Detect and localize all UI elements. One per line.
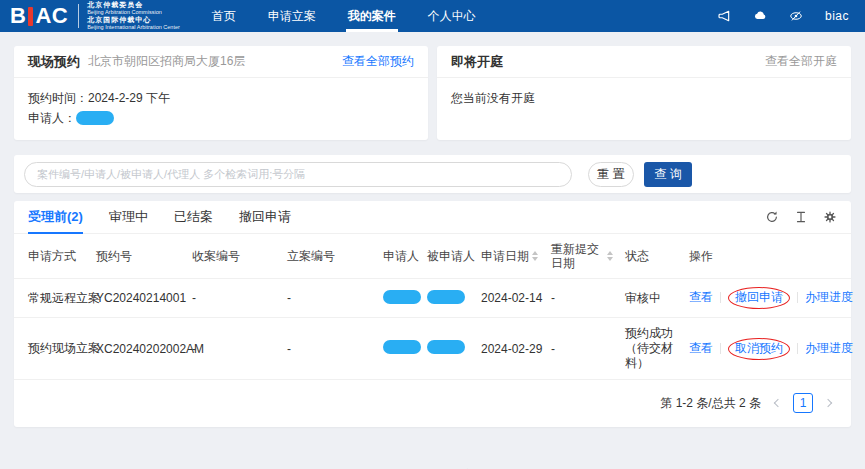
hearing-card-title: 即将开庭 xyxy=(451,53,503,71)
tab-closed[interactable]: 已结案 xyxy=(174,201,213,233)
density-icon[interactable] xyxy=(794,210,808,224)
message-icon[interactable] xyxy=(753,9,767,23)
refresh-icon[interactable] xyxy=(765,210,779,224)
reset-button[interactable]: 重 置 xyxy=(588,162,634,187)
onsite-reservation-card: 现场预约 北京市朝阳区招商局大厦16层 查看全部预约 预约时间： 2024-2-… xyxy=(14,46,428,140)
col-receipt-no: 收案编号 xyxy=(186,234,281,279)
nav-item-personal-center[interactable]: 个人中心 xyxy=(426,0,478,32)
logo-divider xyxy=(78,4,79,28)
col-applicant: 申请人 xyxy=(377,234,421,279)
sort-icon-resubmit-date[interactable] xyxy=(607,251,613,261)
cell-respondent xyxy=(421,279,475,318)
search-card: 重 置 查 询 xyxy=(14,155,851,193)
action-divider xyxy=(720,343,721,354)
hearing-empty-text: 您当前没有开庭 xyxy=(451,88,837,108)
action-progress-link[interactable]: 办理进度 xyxy=(805,290,853,304)
action-cancel-reservation-link[interactable]: 取消预约 xyxy=(735,341,783,355)
reservation-card-body: 预约时间： 2024-2-29 下午 申请人： xyxy=(14,78,428,128)
cell-apply-method: 预约现场立案 xyxy=(14,318,90,380)
redacted-respondent xyxy=(427,340,465,354)
case-row-2: 预约现场立案 XC20240202002AM - - 2024-02-29 - … xyxy=(14,318,851,380)
col-apply-date-label: 申请日期 xyxy=(481,248,529,265)
view-all-reservations-link[interactable]: 查看全部预约 xyxy=(342,53,414,70)
action-progress-link[interactable]: 办理进度 xyxy=(805,341,853,355)
col-apply-date[interactable]: 申请日期 xyxy=(475,234,545,279)
action-withdraw-application-link[interactable]: 撤回申请 xyxy=(735,290,783,304)
reservation-time-value: 2024-2-29 下午 xyxy=(88,88,170,108)
upcoming-hearing-card: 即将开庭 查看全部开庭 您当前没有开庭 xyxy=(437,46,851,140)
search-input[interactable] xyxy=(24,162,572,187)
col-resubmit-date[interactable]: 重新提交日期 xyxy=(545,234,619,279)
nav-item-apply-filing[interactable]: 申请立案 xyxy=(266,0,318,32)
cell-status: 预约成功（待交材料） xyxy=(619,318,683,380)
logo-text: BAC xyxy=(10,5,68,27)
cell-actions: 查看撤回申请办理进度 xyxy=(683,279,851,318)
col-apply-method: 申请方式 xyxy=(14,234,90,279)
red-highlight-circle: 撤回申请 xyxy=(728,287,790,309)
cell-reservation-no: YC20240214001 xyxy=(90,279,186,318)
query-button[interactable]: 查 询 xyxy=(644,162,692,187)
redacted-applicant-name xyxy=(76,111,114,125)
cell-receipt-no: - xyxy=(186,279,281,318)
org-name-en-2: Beijing International Arbitration Center xyxy=(87,24,180,30)
logo-red-i xyxy=(28,7,33,26)
tab-in-trial[interactable]: 审理中 xyxy=(109,201,148,233)
col-respondent: 被申请人 xyxy=(421,234,475,279)
reservation-card-title: 现场预约 xyxy=(28,53,80,71)
col-filing-no: 立案编号 xyxy=(281,234,377,279)
reservation-card-head: 现场预约 北京市朝阳区招商局大厦16层 查看全部预约 xyxy=(14,46,428,78)
cell-filing-no: - xyxy=(281,318,377,380)
col-reservation-no: 预约号 xyxy=(90,234,186,279)
summary-cards-row: 现场预约 北京市朝阳区招商局大厦16层 查看全部预约 预约时间： 2024-2-… xyxy=(14,46,851,140)
reservation-time-label: 预约时间： xyxy=(28,88,88,108)
action-view-link[interactable]: 查看 xyxy=(689,290,713,304)
nav-item-my-cases[interactable]: 我的案件 xyxy=(346,0,398,32)
case-row-1: 常规远程立案 YC20240214001 - - 2024-02-14 - 审核… xyxy=(14,279,851,318)
case-table: 申请方式 预约号 收案编号 立案编号 申请人 被申请人 申请日期 重新提交日期 … xyxy=(14,234,851,380)
column-settings-icon[interactable] xyxy=(823,210,837,224)
logo-letter-b: B xyxy=(10,5,26,27)
pagination-summary: 第 1-2 条/总共 2 条 xyxy=(660,395,761,412)
logo-letters-ac: AC xyxy=(35,5,68,27)
tab-withdrawn[interactable]: 撤回申请 xyxy=(239,201,291,233)
case-list-card: 受理前(2) 审理中 已结案 撤回申请 xyxy=(14,201,851,427)
redacted-applicant xyxy=(383,340,421,354)
redacted-respondent xyxy=(427,290,465,304)
sort-icon-apply-date[interactable] xyxy=(532,251,538,261)
megaphone-icon[interactable] xyxy=(717,9,731,23)
next-page-icon[interactable] xyxy=(821,395,837,411)
top-bar: BAC 北京仲裁委员会 Beijing Arbitration Commissi… xyxy=(0,0,865,32)
col-actions: 操作 xyxy=(683,234,851,279)
nav-item-home[interactable]: 首页 xyxy=(210,0,238,32)
action-divider xyxy=(720,292,721,303)
org-name-block: 北京仲裁委员会 Beijing Arbitration Commission 北… xyxy=(87,1,180,31)
username[interactable]: biac xyxy=(825,9,849,23)
red-highlight-circle: 取消预约 xyxy=(728,338,790,360)
redacted-applicant xyxy=(383,290,421,304)
action-divider xyxy=(797,292,798,303)
cell-filing-no: - xyxy=(281,279,377,318)
col-resubmit-date-label: 重新提交日期 xyxy=(551,242,604,270)
cell-respondent xyxy=(421,318,475,380)
table-toolbar xyxy=(765,201,837,233)
cell-apply-date: 2024-02-14 xyxy=(475,279,545,318)
pagination: 第 1-2 条/总共 2 条 1 xyxy=(14,380,851,425)
cell-actions: 查看取消预约办理进度 xyxy=(683,318,851,380)
page: BAC 北京仲裁委员会 Beijing Arbitration Commissi… xyxy=(0,0,865,469)
cell-apply-method: 常规远程立案 xyxy=(14,279,90,318)
cell-reservation-no: XC20240202002AM xyxy=(90,318,186,380)
view-all-hearings-link[interactable]: 查看全部开庭 xyxy=(765,53,837,70)
page-number-1[interactable]: 1 xyxy=(793,393,813,413)
top-bar-right: biac xyxy=(717,0,865,32)
case-tabs-bar: 受理前(2) 审理中 已结案 撤回申请 xyxy=(14,201,851,234)
action-view-link[interactable]: 查看 xyxy=(689,341,713,355)
main-nav: 首页 申请立案 我的案件 个人中心 xyxy=(210,0,506,32)
cell-resubmit-date: - xyxy=(545,318,619,380)
prev-page-icon[interactable] xyxy=(769,395,785,411)
hearing-card-body: 您当前没有开庭 xyxy=(437,78,851,108)
reservation-time-line: 预约时间： 2024-2-29 下午 xyxy=(28,88,414,108)
cell-apply-date: 2024-02-29 xyxy=(475,318,545,380)
eye-off-icon[interactable] xyxy=(789,9,803,23)
tab-pre-acceptance[interactable]: 受理前(2) xyxy=(28,201,83,233)
logo[interactable]: BAC 北京仲裁委员会 Beijing Arbitration Commissi… xyxy=(0,0,180,32)
